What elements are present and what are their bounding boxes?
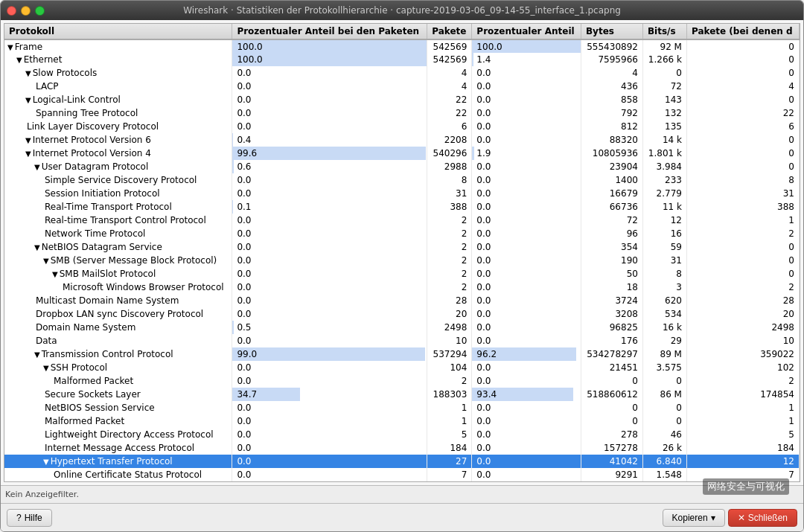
- bits-s-cell: 0: [642, 66, 686, 80]
- packets-cell: 7: [427, 468, 472, 481]
- expand-icon[interactable]: ▼: [7, 43, 13, 51]
- packets-no-cell: 2498: [686, 321, 799, 334]
- bytes-cell: 50: [581, 267, 642, 281]
- table-row[interactable]: Domain Name System0.524980.09682516 k249…: [4, 321, 800, 334]
- table-row[interactable]: Malformed Packet0.020.0002: [4, 374, 800, 388]
- table-row[interactable]: Network Time Protocol0.020.096162: [4, 227, 800, 240]
- expand-icon[interactable]: ▼: [25, 96, 31, 104]
- bits-s-cell: 14 k: [642, 133, 686, 147]
- pct-packets-cell: 0.0: [232, 428, 427, 441]
- table-row[interactable]: ▼SMB (Server Message Block Protocol)0.02…: [4, 254, 800, 267]
- table-row[interactable]: ▼SSH Protocol0.01040.0214513.575102: [4, 361, 800, 374]
- protocol-name-cell: Secure Sockets Layer: [4, 388, 232, 401]
- protocol-name-cell: ▼Slow Protocols: [4, 66, 232, 80]
- table-row[interactable]: Data0.0100.01762910: [4, 334, 800, 347]
- bytes-cell: 21451: [581, 361, 642, 374]
- packets-cell: 10: [427, 334, 472, 347]
- expand-icon[interactable]: ▼: [43, 458, 49, 466]
- bits-s-cell: 1.548: [642, 468, 686, 481]
- pct-bytes-cell: 0.0: [472, 414, 581, 428]
- packets-no-cell: 10: [686, 334, 799, 347]
- table-row[interactable]: Lightweight Directory Access Protocol0.0…: [4, 428, 800, 441]
- packets-no-cell: 2: [686, 227, 799, 240]
- help-button[interactable]: ? Hilfe: [7, 509, 52, 527]
- table-row[interactable]: Internet Message Access Protocol0.01840.…: [4, 441, 800, 455]
- pct-packets-cell: 0.0: [232, 361, 427, 374]
- pct-bytes-cell: 96.2: [472, 347, 581, 361]
- table-row[interactable]: NetBIOS Session Service0.010.0001: [4, 401, 800, 414]
- pct-bytes-cell: 0.0: [472, 173, 581, 187]
- bits-s-cell: 12: [642, 214, 686, 227]
- table-row[interactable]: Link Layer Discovery Protocol0.060.08121…: [4, 120, 800, 133]
- table-row[interactable]: LACP0.040.0436724: [4, 80, 800, 93]
- table-row[interactable]: ▼Hypertext Transfer Protocol0.0270.04104…: [4, 455, 800, 468]
- protocol-name-cell: ▼Internet Protocol Version 6: [4, 133, 232, 147]
- packets-no-cell: 1: [686, 214, 799, 227]
- table-row[interactable]: ▼Ethernet100.05425691.475959661.266 k0: [4, 53, 800, 66]
- table-row[interactable]: Spanning Tree Protocol0.0220.079213222: [4, 106, 800, 120]
- maximize-window-button[interactable]: [35, 6, 45, 16]
- protocol-name-cell: ▼NetBIOS Datagram Service: [4, 240, 232, 254]
- expand-icon[interactable]: ▼: [43, 364, 49, 372]
- minimize-window-button[interactable]: [21, 6, 31, 16]
- pct-packets-cell: 0.0: [232, 214, 427, 227]
- bytes-cell: 16679: [581, 187, 642, 200]
- col-protocol: Protokoll: [4, 24, 232, 39]
- protocol-name-cell: Real-Time Transport Protocol: [4, 200, 232, 214]
- col-packets-no: Pakete (bei denen d: [686, 24, 799, 39]
- expand-icon[interactable]: ▼: [34, 163, 40, 171]
- bits-s-cell: 6.840: [642, 455, 686, 468]
- titlebar: Wireshark · Statistiken der Protokollhie…: [1, 1, 803, 20]
- table-row[interactable]: Real-time Transport Control Protocol0.02…: [4, 214, 800, 227]
- bits-s-cell: 135: [642, 120, 686, 133]
- table-row[interactable]: ▼Transmission Control Protocol99.0537294…: [4, 347, 800, 361]
- expand-icon[interactable]: ▼: [16, 56, 22, 64]
- table-row[interactable]: Real-Time Transport Protocol0.13880.0667…: [4, 200, 800, 214]
- table-row[interactable]: ▼Internet Protocol Version 60.422080.088…: [4, 133, 800, 147]
- pct-packets-cell: 0.0: [232, 374, 427, 388]
- expand-icon[interactable]: ▼: [43, 257, 49, 265]
- pct-bytes-cell: 0.0: [472, 441, 581, 455]
- table-row[interactable]: Dropbox LAN sync Discovery Protocol0.020…: [4, 307, 800, 321]
- expand-icon[interactable]: ▼: [25, 69, 31, 77]
- packets-no-cell: 0: [686, 133, 799, 147]
- protocol-table-container[interactable]: Protokoll Prozentualer Anteil bei den Pa…: [4, 23, 800, 482]
- pct-bytes-cell: 0.0: [472, 481, 581, 482]
- pct-bytes-cell: 0.0: [472, 187, 581, 200]
- expand-icon[interactable]: ▼: [25, 150, 31, 158]
- packets-no-cell: 7: [686, 468, 799, 481]
- table-row[interactable]: Secure Sockets Layer34.718830393.4518860…: [4, 388, 800, 401]
- close-button[interactable]: ✕ Schließen: [728, 509, 797, 527]
- copy-button[interactable]: Kopieren ▾: [663, 509, 725, 527]
- pct-bytes-cell: 0.0: [472, 80, 581, 93]
- expand-icon[interactable]: ▼: [52, 270, 58, 278]
- table-row[interactable]: ▼Slow Protocols0.040.0400: [4, 66, 800, 80]
- pct-bytes-cell: 0.0: [472, 361, 581, 374]
- table-row[interactable]: Simple Service Discovery Protocol0.080.0…: [4, 173, 800, 187]
- bytes-cell: 41042: [581, 455, 642, 468]
- table-row[interactable]: ▼Logical-Link Control0.0220.08581430: [4, 93, 800, 106]
- table-row[interactable]: ▼Internet Protocol Version 499.65402961.…: [4, 147, 800, 160]
- pct-bytes-cell: 0.0: [472, 294, 581, 307]
- table-row[interactable]: Session Initiation Protocol0.0310.016679…: [4, 187, 800, 200]
- table-row[interactable]: Microsoft Windows Browser Protocol0.020.…: [4, 281, 800, 294]
- table-row[interactable]: Media Type0.030.0211133.5183: [4, 481, 800, 482]
- table-row[interactable]: Malformed Packet0.010.0001: [4, 414, 800, 428]
- table-row[interactable]: ▼NetBIOS Datagram Service0.020.0354590: [4, 240, 800, 254]
- table-row[interactable]: ▼Frame100.0542569100.055543089292 M0: [4, 39, 800, 53]
- table-row[interactable]: Multicast Domain Name System0.0280.03724…: [4, 294, 800, 307]
- expand-icon[interactable]: ▼: [34, 350, 40, 359]
- pct-bytes-cell: 0.0: [472, 334, 581, 347]
- table-row[interactable]: ▼SMB MailSlot Protocol0.020.05080: [4, 267, 800, 281]
- expand-icon[interactable]: ▼: [34, 243, 40, 251]
- packets-cell: 2: [427, 267, 472, 281]
- table-row[interactable]: ▼User Datagram Protocol0.629880.0239043.…: [4, 160, 800, 173]
- close-window-button[interactable]: [7, 6, 16, 16]
- bytes-cell: 1400: [581, 173, 642, 187]
- packets-no-cell: 20: [686, 307, 799, 321]
- pct-bytes-cell: 0.0: [472, 428, 581, 441]
- table-row[interactable]: Online Certificate Status Protocol0.070.…: [4, 468, 800, 481]
- expand-icon[interactable]: ▼: [25, 136, 31, 144]
- pct-packets-cell: 0.6: [232, 160, 427, 173]
- packets-no-cell: 1: [686, 414, 799, 428]
